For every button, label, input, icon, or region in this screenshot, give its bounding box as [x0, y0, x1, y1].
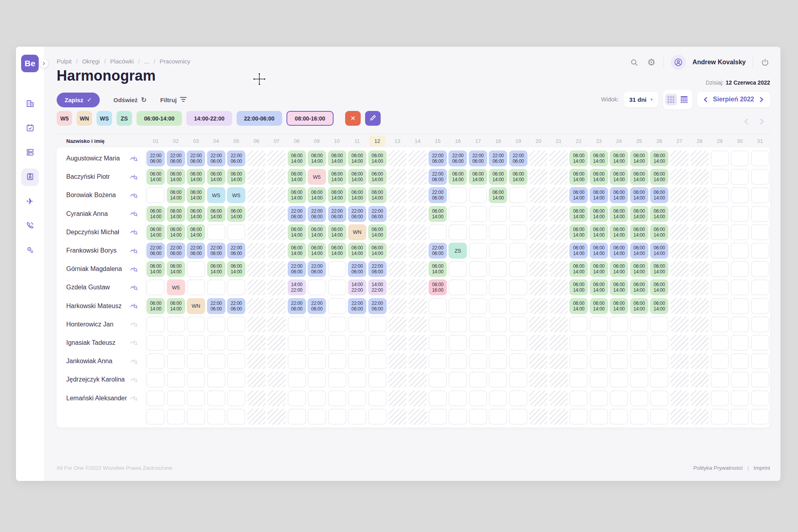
schedule-cell[interactable]: 06:0014:00	[207, 169, 225, 185]
empty-cell[interactable]	[489, 243, 507, 259]
empty-cell[interactable]	[751, 298, 769, 314]
schedule-cell[interactable]: 06:0014:00	[167, 261, 185, 277]
schedule-cell[interactable]: 06:0014:00	[610, 169, 628, 185]
schedule-cell[interactable]: 06:0014:00	[569, 261, 588, 277]
empty-cell[interactable]	[509, 372, 527, 388]
empty-cell[interactable]	[308, 335, 326, 351]
empty-cell[interactable]	[227, 335, 245, 351]
schedule-cell[interactable]: 22:0006:00	[429, 187, 447, 203]
empty-cell[interactable]	[489, 316, 507, 332]
schedule-cell[interactable]: 06:0014:00	[630, 261, 648, 277]
schedule-cell[interactable]: 06:0014:00	[489, 187, 507, 203]
schedule-cell[interactable]: 06:0014:00	[187, 169, 205, 185]
empty-cell[interactable]	[731, 279, 749, 295]
empty-cell[interactable]	[328, 316, 346, 332]
empty-cell[interactable]	[489, 261, 507, 277]
empty-cell[interactable]	[288, 353, 306, 369]
empty-cell[interactable]	[288, 335, 306, 351]
schedule-cell[interactable]: 06:0014:00	[590, 243, 608, 259]
empty-cell[interactable]	[448, 353, 467, 369]
legend-chip-WN[interactable]: WN	[77, 111, 92, 126]
schedule-cell[interactable]: 06:0014:00	[348, 243, 366, 259]
schedule-cell[interactable]: 06:0014:00	[368, 224, 387, 240]
empty-cell[interactable]	[308, 316, 326, 332]
empty-cell[interactable]	[751, 206, 769, 222]
schedule-cell[interactable]: 06:0014:00	[610, 298, 628, 314]
sidebar-item-vacations[interactable]: ✈	[21, 193, 39, 210]
empty-cell[interactable]	[167, 390, 185, 406]
empty-cell[interactable]	[348, 390, 366, 406]
schedule-cell[interactable]: 06:0014:00	[630, 224, 648, 240]
pager-next-button[interactable]	[759, 119, 764, 125]
empty-cell[interactable]	[509, 409, 527, 425]
empty-cell[interactable]	[630, 390, 648, 406]
schedule-cell[interactable]: 22:0006:00	[368, 206, 387, 222]
empty-cell[interactable]	[489, 353, 507, 369]
gear-icon[interactable]: ⚙	[646, 57, 657, 67]
empty-cell[interactable]	[489, 372, 507, 388]
empty-cell[interactable]	[368, 335, 387, 351]
employee-stats-icon[interactable]	[130, 247, 138, 255]
empty-cell[interactable]	[509, 335, 527, 351]
schedule-cell[interactable]: 06:0014:00	[650, 169, 668, 185]
schedule-cell[interactable]: 06:0014:00	[569, 206, 588, 222]
empty-cell[interactable]	[328, 390, 346, 406]
schedule-cell[interactable]: 06:0014:00	[348, 150, 366, 166]
schedule-cell[interactable]: 22:0006:00	[469, 150, 487, 166]
empty-cell[interactable]	[711, 298, 729, 314]
empty-cell[interactable]	[429, 298, 447, 314]
empty-cell[interactable]	[610, 372, 628, 388]
schedule-cell[interactable]: 06:0014:00	[288, 224, 306, 240]
schedule-cell[interactable]: 06:0014:00	[569, 243, 588, 259]
schedule-cell[interactable]: 06:0014:00	[308, 187, 326, 203]
empty-cell[interactable]	[146, 390, 165, 406]
empty-cell[interactable]	[509, 224, 527, 240]
legend-chip-B[interactable]: 22:00-06:00	[237, 111, 282, 126]
schedule-cell[interactable]: 22:0006:00	[429, 150, 447, 166]
empty-cell[interactable]	[448, 390, 467, 406]
empty-cell[interactable]	[509, 206, 527, 222]
schedule-cell[interactable]: WS	[207, 187, 225, 203]
schedule-cell[interactable]: 06:0014:00	[630, 169, 648, 185]
schedule-cell[interactable]: 06:0014:00	[146, 224, 165, 240]
empty-cell[interactable]	[146, 316, 165, 332]
empty-cell[interactable]	[429, 335, 447, 351]
empty-cell[interactable]	[146, 335, 165, 351]
sidebar-item-settings[interactable]: ⚙⚙	[21, 241, 39, 259]
schedule-cell[interactable]: 06:0014:00	[610, 279, 628, 295]
empty-cell[interactable]	[288, 390, 306, 406]
schedule-cell[interactable]: 06:0014:00	[610, 224, 628, 240]
empty-cell[interactable]	[711, 316, 729, 332]
empty-cell[interactable]	[569, 372, 588, 388]
empty-cell[interactable]	[509, 261, 527, 277]
empty-cell[interactable]	[711, 169, 729, 185]
empty-cell[interactable]	[731, 390, 749, 406]
schedule-cell[interactable]: 06:0014:00	[227, 261, 245, 277]
empty-cell[interactable]	[348, 316, 366, 332]
empty-cell[interactable]	[731, 335, 749, 351]
empty-cell[interactable]	[610, 335, 628, 351]
employee-stats-icon[interactable]	[130, 191, 138, 200]
delete-shift-button[interactable]: ✕	[345, 111, 361, 126]
schedule-cell[interactable]: 06:0014:00	[610, 206, 628, 222]
schedule-cell[interactable]: WS	[227, 187, 245, 203]
breadcrumb-item[interactable]: Okręgi	[82, 58, 100, 65]
empty-cell[interactable]	[288, 409, 306, 425]
empty-cell[interactable]	[650, 353, 668, 369]
empty-cell[interactable]	[227, 372, 245, 388]
schedule-cell[interactable]: 06:0014:00	[187, 187, 205, 203]
schedule-cell[interactable]: 06:0014:00	[650, 150, 668, 166]
empty-cell[interactable]	[448, 279, 467, 295]
power-icon[interactable]	[760, 57, 770, 67]
empty-cell[interactable]	[187, 316, 205, 332]
schedule-cell[interactable]: 06:0014:00	[569, 224, 588, 240]
employee-stats-icon[interactable]	[130, 228, 138, 236]
employee-stats-icon[interactable]	[130, 357, 138, 366]
schedule-cell[interactable]: 22:0006:00	[348, 206, 366, 222]
empty-cell[interactable]	[288, 372, 306, 388]
schedule-cell[interactable]: 06:0014:00	[328, 243, 346, 259]
empty-cell[interactable]	[509, 390, 527, 406]
empty-cell[interactable]	[711, 206, 729, 222]
employee-stats-icon[interactable]	[130, 173, 138, 181]
schedule-cell[interactable]: 22:0006:00	[368, 261, 387, 277]
